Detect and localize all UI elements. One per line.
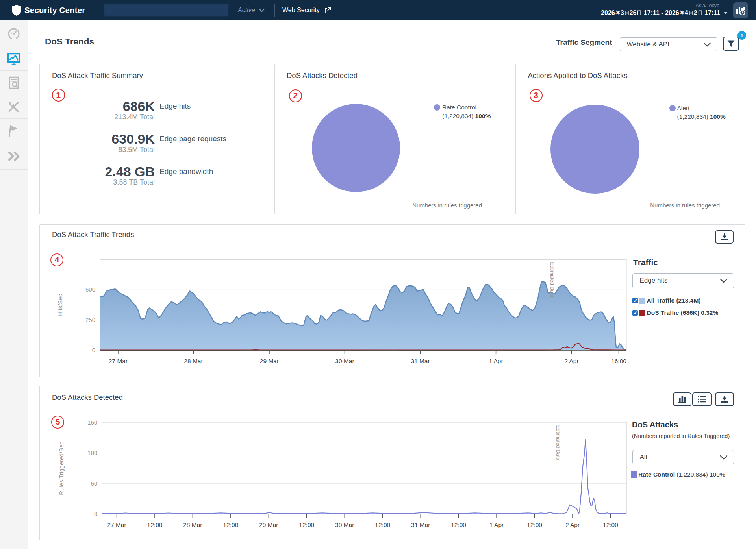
page-title: DoS Trends	[45, 37, 94, 47]
dos-traffic-checkbox-row[interactable]: DoS Traffic (686K) 0.32%	[632, 309, 719, 316]
metric-edge-page-requests: 630.9K 83.5M Total	[52, 131, 155, 154]
check-icon	[633, 299, 637, 302]
svg-text:29 Mar: 29 Mar	[260, 358, 279, 364]
svg-text:250: 250	[85, 316, 95, 323]
check-icon	[633, 311, 637, 314]
card-title: DoS Attack Traffic Summary	[52, 71, 143, 80]
divider	[287, 86, 498, 86]
dos-attack-traffic-summary-card: DoS Attack Traffic Summary 1 686K 213.4M…	[39, 64, 269, 214]
kanji-glyph	[615, 10, 621, 16]
traffic-metric-select[interactable]: Edge hits	[632, 273, 734, 288]
document-search-icon	[8, 76, 20, 89]
svg-text:1 Apr: 1 Apr	[489, 358, 503, 364]
svg-text:31 Mar: 31 Mar	[411, 521, 430, 528]
svg-text:1 Apr: 1 Apr	[489, 521, 504, 528]
svg-text:12:00: 12:00	[451, 521, 466, 528]
kanji-glyph	[697, 10, 703, 16]
legend-label: Rate Control (1,220,834) 100%	[638, 471, 725, 478]
date-range-picker[interactable]: 2026326 17:11 - 202642 17:11	[601, 9, 728, 17]
main-content: DoS Trends Traffic Segment Website & API…	[28, 20, 756, 549]
svg-text:12:00: 12:00	[527, 521, 542, 528]
svg-text:50: 50	[91, 480, 98, 487]
external-link-icon	[324, 7, 331, 14]
panel-title: DoS Attacks	[632, 420, 678, 429]
series-swatch	[639, 298, 645, 304]
kanji-glyph	[636, 10, 642, 16]
checkbox-checked[interactable]	[632, 298, 638, 303]
svg-text:30 Mar: 30 Mar	[335, 358, 354, 364]
actions-applied-pie-card: Actions Applied to DoS Attacks 3 Alert (…	[515, 64, 746, 214]
web-security-link[interactable]: Web Security	[282, 0, 331, 20]
monitor-chart-icon	[7, 53, 20, 65]
svg-text:150: 150	[87, 419, 97, 426]
legend-name: Rate Control	[638, 471, 675, 478]
filter-button[interactable]	[723, 37, 739, 51]
configuration-name-redacted	[104, 4, 228, 16]
annotation-2: 2	[289, 89, 302, 102]
tools-icon	[7, 100, 20, 113]
series-swatch	[639, 310, 645, 316]
flag-icon	[8, 125, 20, 137]
chart-clock-icon	[736, 6, 746, 16]
svg-text:12:00: 12:00	[147, 521, 163, 528]
legend-percent: 100%	[475, 113, 491, 119]
metric-total: 83.5M Total	[52, 145, 155, 154]
card-title: DoS Attacks Detected	[287, 71, 358, 80]
kanji-glyph	[624, 10, 630, 16]
sidebar-item-logs[interactable]	[0, 71, 28, 94]
report-time-button[interactable]	[733, 2, 748, 18]
panel-subtitle: (Numbers reported in Rules Triggered)	[632, 433, 730, 439]
rate-control-legend: Rate Control (1,220,834) 100%	[631, 471, 725, 478]
annotation-3: 3	[530, 89, 543, 102]
checkbox-checked[interactable]	[632, 310, 638, 316]
sidebar-item-analytics[interactable]	[0, 47, 28, 70]
dos-attacks-select-value: All	[640, 453, 647, 461]
metric-total: 213.4M Total	[52, 113, 155, 121]
divider	[93, 4, 93, 17]
all-traffic-checkbox-row[interactable]: All Traffic (213.4M)	[632, 297, 701, 304]
legend-value: (1,220,834) 100%	[677, 113, 726, 121]
metric-total: 3.58 TB Total	[52, 178, 155, 187]
chevron-down-icon	[719, 455, 728, 460]
svg-text:2 Apr: 2 Apr	[564, 358, 578, 364]
chevron-down-icon	[719, 278, 728, 283]
svg-text:30 Mar: 30 Mar	[335, 521, 354, 528]
config-status-dropdown[interactable]: Active	[238, 0, 265, 20]
metric-value: 2.48 GB	[52, 164, 155, 179]
series-label: All Traffic (213.4M)	[647, 297, 701, 304]
pie-legend: Rate Control (1,220,834) 100%	[442, 103, 491, 120]
svg-text:16:00: 16:00	[611, 358, 626, 364]
kanji-glyph	[679, 10, 685, 16]
metric-value: 686K	[52, 99, 155, 114]
svg-text:2 Apr: 2 Apr	[565, 521, 580, 528]
divider	[528, 86, 734, 86]
sidebar-item-tools[interactable]	[0, 94, 28, 118]
series-label: DoS Traffic (686K) 0.32%	[647, 309, 719, 316]
svg-text:28 Mar: 28 Mar	[184, 358, 203, 364]
filter-badge: 1	[737, 31, 746, 40]
svg-text:31 Mar: 31 Mar	[411, 358, 430, 364]
sidebar-item-flags[interactable]	[0, 119, 28, 143]
metric-edge-bandwidth: 2.48 GB 3.58 TB Total	[52, 164, 155, 187]
chevron-down-icon	[259, 9, 265, 12]
collapse-icon	[7, 151, 20, 162]
metric-label: Edge hits	[159, 102, 191, 111]
svg-text:Hits/Sec: Hits/Sec	[57, 294, 63, 316]
svg-text:29 Mar: 29 Mar	[259, 521, 278, 528]
svg-text:27 Mar: 27 Mar	[109, 358, 128, 364]
sidebar-item-dashboard[interactable]	[0, 20, 28, 47]
svg-text:12:00: 12:00	[603, 521, 618, 528]
traffic-segment-select[interactable]: Website & API	[620, 37, 717, 51]
date-range-text: 2026326 17:11 - 202642 17:11	[601, 9, 720, 17]
sidebar-collapse-toggle[interactable]	[0, 143, 28, 169]
svg-text:0: 0	[92, 347, 95, 353]
dos-attacks-select[interactable]: All	[632, 450, 734, 464]
timezone-label: Asia/Tokyo	[696, 3, 719, 8]
pie-chart	[550, 105, 639, 194]
legend-count: (1,220,834)	[677, 113, 708, 120]
metric-label: Edge bandwidth	[159, 167, 213, 176]
legend-count: (1,220,834)	[442, 113, 473, 119]
shield-icon	[12, 5, 21, 16]
dos-attacks-detected-pie-card: DoS Attacks Detected 2 Rate Control (1,2…	[274, 64, 510, 214]
traffic-segment-label: Traffic Segment	[556, 38, 612, 47]
